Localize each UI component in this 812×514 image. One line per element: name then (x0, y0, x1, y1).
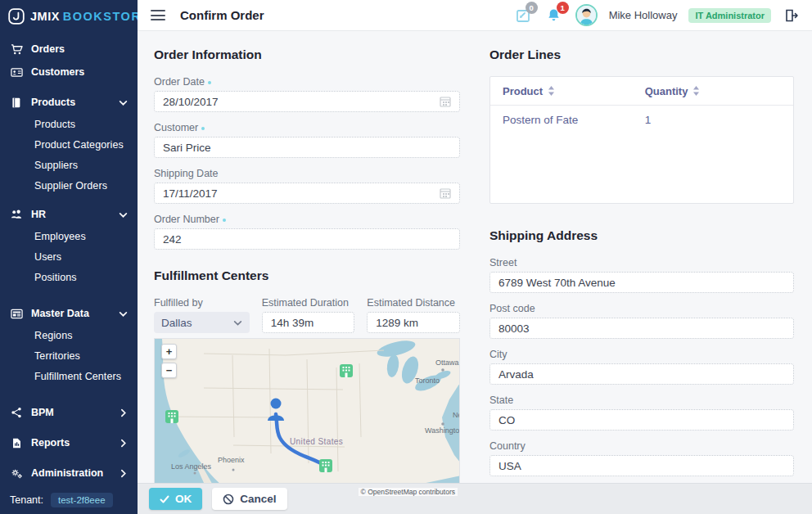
tenant-label: Tenant: (10, 494, 43, 506)
state-label: State (489, 395, 794, 406)
sidebar-item-supplier-orders[interactable]: Supplier Orders (0, 175, 138, 196)
map-zoom-in-button[interactable]: + (161, 344, 177, 359)
map-label-united-states: United States (290, 437, 343, 446)
estimated-duration-label: Estimated Duration (262, 297, 355, 309)
users-icon (10, 208, 23, 221)
report-file-icon (10, 436, 23, 449)
order-number-input[interactable]: 242 (154, 228, 460, 250)
calendar-icon[interactable] (440, 96, 451, 107)
book-icon (10, 96, 23, 109)
order-lines-table: Product Quantity Postern of Fate 1 (489, 76, 794, 204)
avatar[interactable] (575, 4, 598, 26)
order-number-label: Order Number (154, 214, 219, 225)
product-column-header[interactable]: Product (490, 85, 645, 97)
order-date-label: Order Date (154, 76, 205, 88)
city-input[interactable]: Arvada (489, 363, 794, 385)
sidebar-item-fulfillment-centers[interactable]: Fulfillment Centers (0, 366, 138, 386)
sidebar-item-positions[interactable]: Positions (0, 267, 138, 287)
sidebar-group-bpm[interactable]: BPM (0, 401, 138, 424)
chevron-down-icon (119, 98, 128, 107)
map-zoom-out-button[interactable]: − (161, 363, 177, 378)
shipping-date-field: Shipping Date 17/11/2017 (154, 168, 460, 204)
app-logo[interactable]: JMIXBOOKSTORE (0, 0, 138, 33)
map-canvas (155, 339, 460, 498)
shipping-date-input[interactable]: 17/11/2017 (154, 183, 460, 204)
menu-toggle-button[interactable] (151, 10, 165, 20)
street-label: Street (489, 257, 794, 268)
sidebar-group-reports[interactable]: Reports (0, 431, 138, 454)
jmix-logo-icon (8, 8, 25, 25)
map-label-toronto: Toronto (415, 376, 440, 385)
order-date-field: Order Date 28/10/2017 (154, 76, 460, 112)
notifications-count-badge: 1 (557, 2, 569, 14)
page-title: Confirm Order (180, 8, 264, 22)
required-indicator (201, 127, 205, 130)
fulfilled-by-label: Fulfilled by (154, 297, 250, 309)
city-label: City (489, 349, 794, 360)
sidebar-item-users[interactable]: Users (0, 246, 138, 267)
country-label: Country (489, 440, 794, 452)
top-header: Confirm Order 0 1 Mike Holloway IT Admin… (138, 0, 812, 31)
table-icon (10, 307, 23, 320)
tenant-value-badge: test-2f8eee (51, 493, 113, 507)
customer-label: Customer (154, 122, 198, 133)
action-bar: OK Cancel (138, 483, 812, 514)
state-input[interactable]: CO (489, 409, 794, 431)
main-content: Order Information Order Date 28/10/2017 … (138, 31, 812, 483)
order-line-row[interactable]: Postern of Fate 1 (490, 106, 793, 134)
sort-icon (692, 86, 700, 96)
id-card-icon (10, 65, 23, 79)
cart-icon (10, 43, 23, 56)
state-field: State CO (489, 395, 794, 431)
post-code-field: Post code 80003 (489, 303, 794, 339)
map-attribution[interactable]: © OpenStreetMap contributors (359, 488, 458, 496)
calendar-icon[interactable] (440, 187, 451, 199)
fulfilled-by-select[interactable]: Dallas (154, 312, 250, 333)
user-role-badge: IT Administrator (688, 8, 771, 23)
ok-button[interactable]: OK (149, 488, 202, 510)
sidebar-item-territories[interactable]: Territories (0, 345, 138, 366)
gears-icon (10, 467, 23, 480)
sidebar-group-administration[interactable]: Administration (0, 462, 138, 485)
sign-out-icon[interactable] (784, 8, 799, 23)
sidebar-item-orders[interactable]: Orders (0, 38, 138, 61)
sidebar-nav: Orders Customers Products Products Produ… (0, 33, 138, 486)
sidebar-item-employees[interactable]: Employees (0, 226, 138, 246)
shipping-address-title: Shipping Address (489, 228, 794, 243)
map-label-phoenix: Phoenix (218, 456, 245, 464)
sidebar-item-regions[interactable]: Regions (0, 325, 138, 345)
fulfillment-center-marker-ca (165, 410, 178, 423)
sidebar-group-hr[interactable]: HR (0, 203, 138, 226)
chevron-right-icon (119, 469, 128, 478)
estimated-distance-input[interactable]: 1289 km (367, 312, 460, 333)
sidebar-item-suppliers[interactable]: Suppliers (0, 155, 138, 175)
sidebar-group-products[interactable]: Products (0, 91, 138, 114)
fulfillment-map[interactable]: Los Angeles Phoenix United States Toront… (154, 338, 460, 498)
map-label-washington: Washington (425, 426, 460, 435)
sidebar-item-product-categories[interactable]: Product Categories (0, 134, 138, 155)
post-code-input[interactable]: 80003 (489, 318, 794, 339)
customer-input[interactable]: Sari Price (154, 137, 460, 158)
cancel-button[interactable]: Cancel (212, 488, 286, 510)
map-label-new-york: Ne (453, 411, 460, 419)
sidebar-item-customers[interactable]: Customers (0, 61, 138, 83)
ban-icon (223, 494, 234, 505)
post-code-label: Post code (489, 303, 794, 314)
sidebar-group-master-data[interactable]: Master Data (0, 302, 138, 325)
required-indicator (208, 81, 211, 84)
country-field: Country USA (489, 440, 794, 476)
tasks-inbox-button[interactable]: 0 (513, 6, 533, 25)
quantity-column-header[interactable]: Quantity (645, 85, 793, 97)
share-nodes-icon (10, 406, 23, 419)
order-lines-title: Order Lines (489, 47, 794, 62)
brand-text: JMIXBOOKSTORE (30, 10, 151, 23)
fulfillment-center-marker-mn (340, 364, 353, 377)
estimated-duration-input[interactable]: 14h 39m (262, 312, 355, 333)
sidebar-item-products[interactable]: Products (0, 114, 138, 134)
estimated-distance-field: Estimated Distance 1289 km (367, 297, 460, 333)
notifications-button[interactable]: 1 (544, 6, 564, 25)
order-date-input[interactable]: 28/10/2017 (154, 91, 460, 112)
street-input[interactable]: 6789 West 70th Avenue (489, 272, 794, 293)
country-input[interactable]: USA (489, 455, 794, 476)
check-icon (160, 494, 169, 504)
